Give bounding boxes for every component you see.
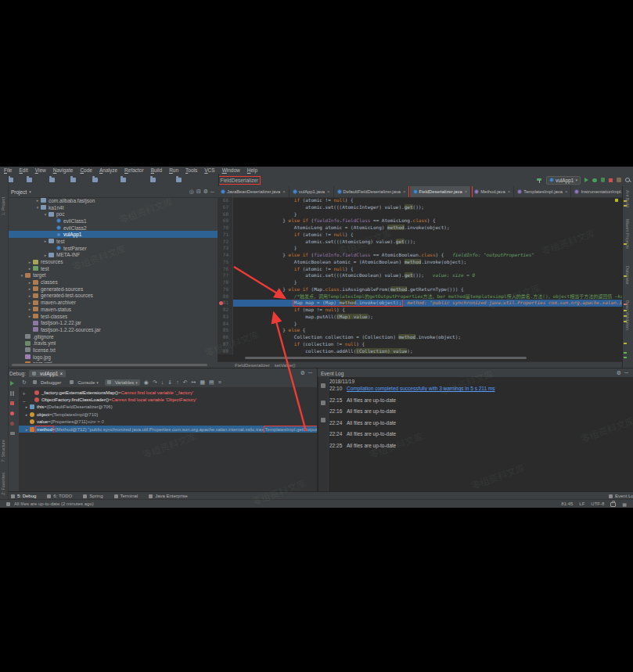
tab-defaultfielddeserializer-java[interactable]: DefaultFieldDeserializer.java× bbox=[334, 186, 410, 197]
build-hammer-icon[interactable] bbox=[537, 178, 542, 183]
toolwindow-button-project[interactable]: 1: Project bbox=[1, 197, 5, 215]
toolwindow-button-spring[interactable]: Spring bbox=[83, 494, 103, 498]
clear-all-icon[interactable] bbox=[321, 401, 325, 405]
menu-item-analyze[interactable]: Analyze bbox=[99, 167, 117, 173]
force-step-into-icon[interactable]: ⇓ bbox=[167, 379, 172, 386]
tree-chevron-icon[interactable]: ▾ bbox=[42, 212, 49, 217]
coverage-icon[interactable] bbox=[601, 178, 605, 182]
project-hscrollbar[interactable] bbox=[12, 364, 207, 366]
tree-item-license-txt[interactable]: license.txt bbox=[8, 347, 218, 354]
close-icon[interactable]: × bbox=[327, 189, 330, 194]
menu-item-help[interactable]: Help bbox=[247, 167, 257, 173]
run-icon[interactable] bbox=[584, 178, 588, 182]
tree-item-pom-xml[interactable]: pom.xml bbox=[8, 361, 218, 364]
tree-item-generated-sources[interactable]: ▸generated-sources bbox=[8, 286, 218, 293]
close-icon[interactable]: × bbox=[565, 189, 568, 194]
step-over-icon[interactable]: ↷ bbox=[153, 379, 157, 386]
view-breakpoints-icon[interactable] bbox=[10, 411, 14, 415]
tree-item-test-classes[interactable]: ▸test-classes bbox=[8, 313, 218, 320]
variable-row-object[interactable]: ▸object = {TemplatesImpl@710} bbox=[19, 411, 317, 418]
tree-chevron-icon[interactable]: ▸ bbox=[27, 260, 33, 264]
toolwindow-button-terminal[interactable]: Terminal bbox=[114, 494, 138, 498]
close-icon[interactable]: × bbox=[465, 189, 468, 194]
toolwindow-button-event-log[interactable]: Event Log bbox=[609, 494, 633, 498]
tab-instrumentationimpl-class[interactable]: InstrumentationImpl.class× bbox=[571, 186, 622, 197]
menu-item-refactor[interactable]: Refactor bbox=[124, 167, 144, 173]
settings-icon[interactable]: ⚙ bbox=[203, 189, 208, 195]
tree-item-ka1n4t[interactable]: ▾ka1n4t bbox=[8, 204, 218, 211]
toolwindow-button-java-enterprise[interactable]: Java Enterprise bbox=[149, 494, 188, 498]
breadcrumb-fielddeserializer[interactable]: FieldDeserializer bbox=[214, 178, 258, 183]
close-icon[interactable]: × bbox=[282, 189, 286, 194]
caret-position[interactable]: 81:45 bbox=[561, 501, 573, 506]
tab-fielddeserializer-java[interactable]: FieldDeserializer.java× bbox=[410, 186, 472, 197]
close-icon[interactable]: × bbox=[508, 189, 511, 194]
tree-item-classes[interactable]: ▸classes bbox=[8, 279, 218, 286]
menu-item-run[interactable]: Run bbox=[169, 167, 178, 173]
error-stripe-mark[interactable] bbox=[624, 352, 627, 354]
toolwindow-toggle-icon[interactable] bbox=[6, 502, 10, 506]
show-execution-point-icon[interactable]: ◉ bbox=[144, 379, 149, 386]
editor-hscrollbar[interactable] bbox=[245, 357, 527, 359]
error-stripe-mark[interactable] bbox=[624, 343, 627, 344]
stop-icon[interactable] bbox=[609, 178, 613, 182]
expand-chevron-icon[interactable]: ▸ bbox=[23, 427, 30, 432]
tree-item-vulapp1[interactable]: vulApp1 bbox=[8, 231, 218, 238]
tree-chevron-icon[interactable]: ▸ bbox=[27, 307, 33, 311]
tree-chevron-icon[interactable]: ▸ bbox=[27, 280, 33, 285]
tree-chevron-icon[interactable]: ▸ bbox=[27, 293, 33, 298]
tree-item-fastjson-1-2-22-sources-jar[interactable]: fastjson-1.2.22-sources.jar bbox=[8, 326, 218, 333]
debugger-tab-console[interactable]: Console▾ bbox=[67, 379, 101, 386]
variable-row-_factory-getexternalextensionsmap-[interactable]: _factory.getExternalExtensionsMap() = Ca… bbox=[19, 389, 317, 396]
line-ending-selector[interactable]: LF bbox=[579, 501, 584, 506]
tree-item-poc[interactable]: ▾poc bbox=[8, 210, 218, 217]
tab-method-java[interactable]: Method.java× bbox=[471, 186, 514, 197]
tree-item-fastjson-1-2-22-jar[interactable]: fastjson-1.2.22.jar bbox=[8, 319, 218, 326]
menu-item-tools[interactable]: Tools bbox=[185, 167, 197, 173]
tree-chevron-icon[interactable]: ▾ bbox=[34, 205, 41, 210]
toolwindow-button-6-todo[interactable]: 6: TODO bbox=[47, 494, 72, 498]
readonly-lock-icon[interactable] bbox=[610, 502, 616, 507]
toolwindow-button-maven-projects[interactable]: Maven Projects bbox=[625, 219, 630, 249]
tree-item-test[interactable]: ▸test bbox=[8, 265, 218, 272]
step-into-icon[interactable]: ↓ bbox=[161, 379, 164, 385]
settings-icon[interactable]: ⚙ bbox=[617, 370, 621, 376]
tab-javabeandeserializer-java[interactable]: JavaBeanDeserializer.java× bbox=[218, 186, 290, 197]
variable-row-objectfactory-findclassloader-[interactable]: ObjectFactory.findClassLoader() = Cannot… bbox=[19, 396, 317, 403]
search-icon[interactable] bbox=[625, 178, 631, 183]
toolwindow-button-5-debug[interactable]: 5: Debug bbox=[11, 494, 36, 498]
pause-icon[interactable] bbox=[10, 391, 14, 397]
mute-breakpoints-icon[interactable] bbox=[10, 422, 14, 426]
stop-icon[interactable] bbox=[10, 401, 14, 405]
expand-chevron-icon[interactable]: ▸ bbox=[23, 412, 30, 417]
expand-chevron-icon[interactable]: ▸ bbox=[23, 404, 30, 409]
drop-frame-icon[interactable]: ↶ bbox=[183, 379, 188, 386]
layout-settings-icon[interactable]: ▤ bbox=[209, 379, 214, 386]
tree-item-testparser[interactable]: testParser bbox=[8, 245, 218, 252]
debugger-tab-variables[interactable]: Variables▾ bbox=[105, 379, 140, 386]
tree-item--gitignore[interactable]: .gitignore bbox=[8, 333, 218, 340]
close-icon[interactable]: × bbox=[403, 189, 406, 194]
menu-item-view[interactable]: View bbox=[35, 167, 46, 173]
variable-row-value[interactable]: value = {Properties@711} size = 0 bbox=[19, 419, 317, 426]
tree-chevron-icon[interactable]: ▸ bbox=[34, 198, 41, 203]
hide-icon[interactable]: ─ bbox=[308, 370, 312, 376]
tree-chevron-icon[interactable]: ▸ bbox=[42, 239, 49, 243]
menu-item-edit[interactable]: Edit bbox=[20, 167, 28, 173]
run-to-cursor-icon[interactable]: ↦ bbox=[192, 379, 196, 386]
debug-icon[interactable] bbox=[592, 178, 597, 182]
event-log-message[interactable]: Compilation completed successfully with … bbox=[347, 385, 495, 397]
tree-chevron-icon[interactable]: ▸ bbox=[27, 314, 33, 318]
evaluate-expression-icon[interactable]: ▦ bbox=[200, 379, 205, 386]
run-config-select[interactable]: vulApp1 ▾ bbox=[546, 176, 581, 185]
variable-row-this[interactable]: ▸this = {DefaultFieldDeserializer@706} bbox=[19, 404, 317, 411]
step-out-icon[interactable]: ↑ bbox=[176, 379, 179, 385]
tree-chevron-icon[interactable]: ▸ bbox=[42, 253, 49, 257]
toolwindow-button-ant-build[interactable]: Ant Build bbox=[625, 190, 630, 207]
toolwindow-button-favorites[interactable]: 2: Favorites bbox=[1, 473, 5, 495]
debugger-tab-debugger[interactable]: Debugger bbox=[31, 379, 63, 386]
toolwindow-button-bean-validation[interactable]: Bean Validation bbox=[625, 300, 630, 330]
menu-item-code[interactable]: Code bbox=[80, 167, 92, 173]
tree-item-evilclass1[interactable]: evilClass1 bbox=[8, 217, 218, 225]
settings-icon[interactable]: ⚙ bbox=[300, 370, 305, 376]
